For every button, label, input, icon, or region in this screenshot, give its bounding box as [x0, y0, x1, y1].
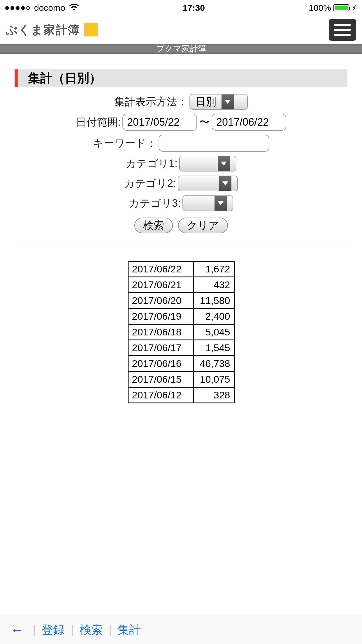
app-logo-text: ぶくま家計簿: [6, 22, 80, 38]
wifi-icon: [69, 3, 79, 13]
display-method-select[interactable]: 日別: [189, 94, 248, 110]
results-table: 2017/06/221,6722017/06/214322017/06/2011…: [128, 261, 235, 403]
table-row: 2017/06/1646,738: [128, 356, 234, 372]
chevron-down-icon: [222, 94, 234, 109]
date-cell: 2017/06/17: [128, 340, 193, 356]
page-subtitle-bar: ブクマ家計簿: [0, 44, 362, 54]
search-button[interactable]: 検索: [134, 218, 173, 233]
chevron-down-icon: [218, 156, 230, 171]
signal-dots: [5, 6, 30, 10]
nav-search[interactable]: 検索: [80, 622, 103, 638]
category2-label: カテゴリ2:: [124, 176, 176, 191]
date-to-input[interactable]: 2017/06/22: [212, 114, 286, 131]
date-range-separator: 〜: [199, 116, 210, 129]
page-subtitle: ブクマ家計簿: [156, 43, 206, 54]
value-cell: 1,672: [193, 261, 234, 277]
app-header: ぶくま家計簿: [0, 16, 362, 44]
back-button[interactable]: ←: [10, 622, 27, 638]
value-cell: 10,075: [193, 372, 234, 387]
value-cell: 1,545: [193, 340, 234, 356]
date-from-input[interactable]: 2017/05/22: [122, 114, 197, 131]
date-cell: 2017/06/19: [128, 309, 193, 324]
battery-percent: 100%: [309, 3, 331, 13]
menu-button[interactable]: [329, 19, 356, 41]
value-cell: 2,400: [193, 309, 234, 324]
chevron-down-icon: [219, 176, 231, 191]
nav-register[interactable]: 登録: [41, 622, 65, 638]
bottom-toolbar: ← | 登録 | 検索 | 集計: [0, 615, 362, 644]
table-row: 2017/06/12328: [128, 387, 234, 403]
chevron-down-icon: [215, 196, 227, 211]
value-cell: 5,045: [193, 324, 234, 340]
section-title: 集計（日別）: [15, 69, 347, 87]
date-cell: 2017/06/18: [128, 324, 193, 340]
date-cell: 2017/06/12: [128, 387, 193, 403]
value-cell: 328: [193, 387, 234, 403]
value-cell: 46,738: [193, 356, 234, 372]
svg-marker-3: [218, 201, 224, 205]
date-cell: 2017/06/15: [128, 372, 193, 387]
date-cell: 2017/06/20: [128, 293, 193, 309]
value-cell: 432: [193, 277, 234, 293]
value-cell: 11,580: [193, 293, 234, 309]
date-range-label: 日付範囲:: [76, 115, 121, 130]
svg-marker-1: [221, 162, 227, 166]
table-row: 2017/06/185,045: [128, 324, 234, 340]
battery-icon: [333, 4, 349, 11]
app-logo-icon: [84, 23, 98, 36]
date-cell: 2017/06/21: [128, 277, 193, 293]
clock: 17:30: [182, 3, 205, 13]
table-row: 2017/06/192,400: [128, 309, 234, 324]
date-cell: 2017/06/16: [128, 356, 193, 372]
category2-select[interactable]: [178, 176, 238, 191]
carrier-label: docomo: [34, 3, 65, 13]
date-cell: 2017/06/22: [128, 261, 193, 277]
status-bar: docomo 17:30 100% ⚡︎: [0, 0, 362, 16]
separator: [15, 247, 347, 247]
clear-button[interactable]: クリア: [178, 218, 228, 233]
category1-select[interactable]: [179, 156, 236, 172]
table-row: 2017/06/2011,580: [128, 293, 234, 309]
svg-marker-2: [222, 181, 228, 186]
display-method-label: 集計表示方法：: [114, 95, 188, 109]
table-row: 2017/06/21432: [128, 277, 234, 293]
keyword-input[interactable]: [159, 135, 269, 152]
table-row: 2017/06/221,672: [128, 261, 234, 277]
category3-select[interactable]: [182, 195, 233, 211]
nav-aggregate[interactable]: 集計: [117, 622, 141, 638]
category3-label: カテゴリ3:: [129, 196, 181, 211]
table-row: 2017/06/171,545: [128, 340, 234, 356]
keyword-label: キーワード：: [93, 136, 157, 150]
svg-marker-0: [225, 100, 231, 104]
category1-label: カテゴリ1:: [126, 157, 178, 171]
table-row: 2017/06/1510,075: [128, 372, 234, 387]
charging-icon: ⚡︎: [352, 4, 357, 13]
